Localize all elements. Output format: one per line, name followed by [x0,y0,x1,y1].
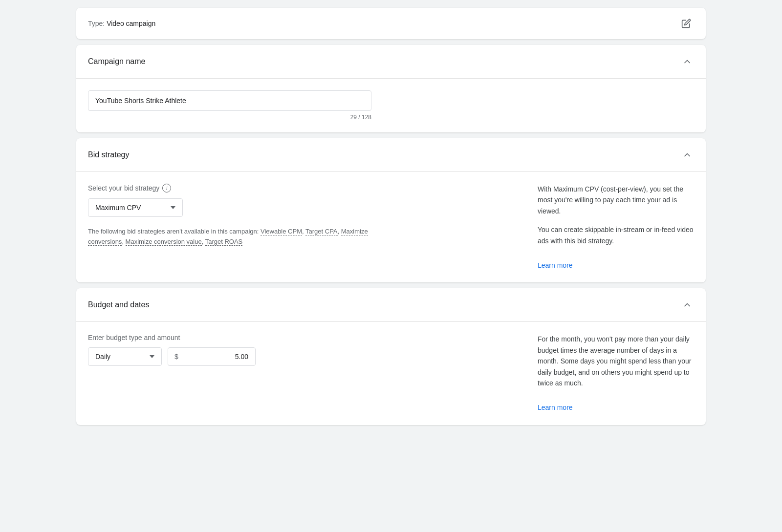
budget-amount-input[interactable] [168,347,256,366]
campaign-name-input[interactable] [88,90,371,111]
bid-strategy-field-label: Select your bid strategy [88,184,159,192]
bid-strategy-title: Bid strategy [88,150,129,159]
chevron-up-icon [682,57,692,66]
budget-section-title: Budget and dates [88,300,149,309]
unavailable-strategies-text: The following bid strategies aren't avai… [88,227,371,247]
maximize-conversion-value-link[interactable]: Maximize conversion value [126,238,202,246]
bid-strategy-collapse-button[interactable] [680,148,694,162]
budget-learn-more-link[interactable]: Learn more [538,402,573,413]
budget-left: Enter budget type and amount Daily Campa… [88,334,518,413]
target-roas-link[interactable]: Target ROAS [205,238,243,246]
viewable-cpm-link[interactable]: Viewable CPM [261,228,302,235]
budget-collapse-button[interactable] [680,298,694,312]
bid-strategy-right: With Maximum CPV (cost-per-view), you se… [538,184,694,271]
campaign-type-value: Video campaign [107,20,155,27]
budget-type-select[interactable]: Daily Campaign total [88,347,162,366]
bid-strategy-learn-more-link[interactable]: Learn more [538,260,573,271]
bid-strategy-left: Select your bid strategy i Maximum CPV T… [88,184,518,271]
budget-field-label: Enter budget type and amount [88,334,180,341]
target-cpa-link[interactable]: Target CPA [305,228,338,235]
bid-strategy-description-2: You can create skippable in-stream or in… [538,224,694,246]
chevron-up-icon [682,300,692,310]
chevron-up-icon [682,150,692,160]
bid-strategy-description-1: With Maximum CPV (cost-per-view), you se… [538,184,694,216]
budget-description: For the month, you won't pay more than y… [538,334,694,388]
budget-right: For the month, you won't pay more than y… [538,334,694,413]
campaign-type-label: Type: Video campaign [88,20,155,27]
campaign-name-collapse-button[interactable] [680,55,694,68]
bid-strategy-help-icon[interactable]: i [162,184,171,192]
pencil-icon [681,19,691,28]
bid-strategy-select[interactable]: Maximum CPV Target CPM Target CPA Maximi… [88,198,183,217]
edit-campaign-type-button[interactable] [678,16,694,31]
char-count: 29 / 128 [88,114,371,121]
campaign-name-title: Campaign name [88,57,145,66]
